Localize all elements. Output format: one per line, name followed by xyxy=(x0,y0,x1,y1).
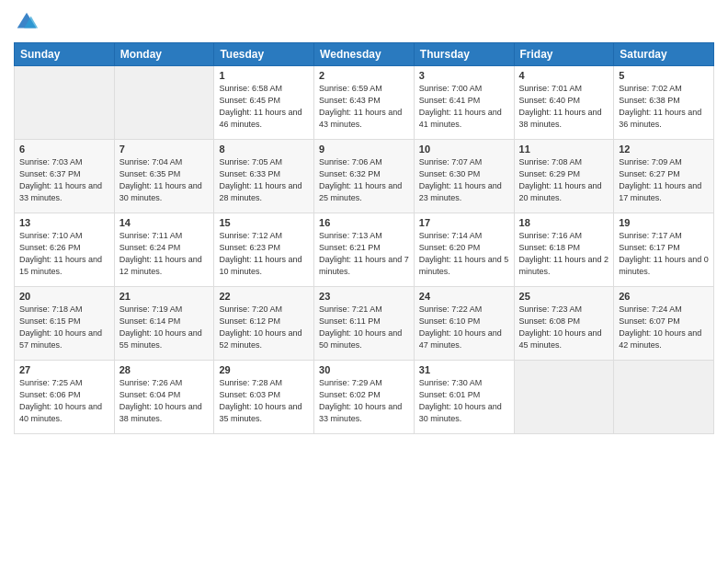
day-number: 5 xyxy=(619,70,709,81)
calendar-cell: 5 Sunrise: 7:02 AMSunset: 6:38 PMDayligh… xyxy=(614,66,714,140)
calendar-cell: 6 Sunrise: 7:03 AMSunset: 6:37 PMDayligh… xyxy=(15,140,115,213)
calendar-cell: 28 Sunrise: 7:26 AMSunset: 6:04 PMDaylig… xyxy=(114,361,214,434)
weekday-header-row: SundayMondayTuesdayWednesdayThursdayFrid… xyxy=(15,43,714,66)
calendar-cell: 21 Sunrise: 7:19 AMSunset: 6:14 PMDaylig… xyxy=(114,287,214,361)
day-number: 29 xyxy=(219,364,309,375)
day-number: 25 xyxy=(519,291,609,302)
calendar-cell: 22 Sunrise: 7:20 AMSunset: 6:12 PMDaylig… xyxy=(214,287,314,361)
day-info: Sunrise: 7:11 AMSunset: 6:24 PMDaylight:… xyxy=(119,231,202,276)
calendar-cell: 16 Sunrise: 7:13 AMSunset: 6:21 PMDaylig… xyxy=(314,213,415,287)
calendar-cell: 19 Sunrise: 7:17 AMSunset: 6:17 PMDaylig… xyxy=(614,213,714,287)
day-number: 14 xyxy=(119,217,210,228)
calendar-cell: 1 Sunrise: 6:58 AMSunset: 6:45 PMDayligh… xyxy=(214,66,314,140)
day-number: 4 xyxy=(519,70,609,81)
day-number: 12 xyxy=(619,144,709,155)
calendar-cell: 24 Sunrise: 7:22 AMSunset: 6:10 PMDaylig… xyxy=(414,287,514,361)
day-number: 28 xyxy=(119,364,210,375)
calendar-cell: 11 Sunrise: 7:08 AMSunset: 6:29 PMDaylig… xyxy=(514,140,614,213)
calendar-cell: 25 Sunrise: 7:23 AMSunset: 6:08 PMDaylig… xyxy=(514,287,614,361)
weekday-header-tuesday: Tuesday xyxy=(214,43,314,66)
day-info: Sunrise: 7:03 AMSunset: 6:37 PMDaylight:… xyxy=(19,157,102,202)
day-number: 9 xyxy=(319,144,409,155)
day-number: 8 xyxy=(219,144,309,155)
day-number: 3 xyxy=(419,70,509,81)
calendar-cell xyxy=(614,361,714,434)
calendar-cell: 27 Sunrise: 7:25 AMSunset: 6:06 PMDaylig… xyxy=(15,361,115,434)
calendar-cell: 20 Sunrise: 7:18 AMSunset: 6:15 PMDaylig… xyxy=(15,287,115,361)
day-number: 27 xyxy=(19,364,109,375)
day-info: Sunrise: 7:01 AMSunset: 6:40 PMDaylight:… xyxy=(519,84,602,129)
calendar-cell: 7 Sunrise: 7:04 AMSunset: 6:35 PMDayligh… xyxy=(114,140,214,213)
page: SundayMondayTuesdayWednesdayThursdayFrid… xyxy=(0,0,728,563)
calendar-cell xyxy=(514,361,614,434)
day-info: Sunrise: 7:09 AMSunset: 6:27 PMDaylight:… xyxy=(619,157,701,202)
calendar-cell: 31 Sunrise: 7:30 AMSunset: 6:01 PMDaylig… xyxy=(414,361,514,434)
weekday-header-thursday: Thursday xyxy=(414,43,514,66)
day-info: Sunrise: 7:13 AMSunset: 6:21 PMDaylight:… xyxy=(319,231,409,276)
day-number: 23 xyxy=(319,291,409,302)
day-number: 31 xyxy=(419,364,509,375)
day-info: Sunrise: 7:07 AMSunset: 6:30 PMDaylight:… xyxy=(419,157,502,202)
day-number: 24 xyxy=(419,291,509,302)
day-number: 21 xyxy=(119,291,210,302)
calendar-cell: 17 Sunrise: 7:14 AMSunset: 6:20 PMDaylig… xyxy=(414,213,514,287)
day-number: 18 xyxy=(519,217,609,228)
day-number: 2 xyxy=(319,70,409,81)
day-number: 7 xyxy=(119,144,210,155)
day-number: 19 xyxy=(619,217,709,228)
calendar-cell: 2 Sunrise: 6:59 AMSunset: 6:43 PMDayligh… xyxy=(314,66,415,140)
calendar-cell: 3 Sunrise: 7:00 AMSunset: 6:41 PMDayligh… xyxy=(414,66,514,140)
day-info: Sunrise: 7:19 AMSunset: 6:14 PMDaylight:… xyxy=(119,304,202,350)
calendar-cell: 4 Sunrise: 7:01 AMSunset: 6:40 PMDayligh… xyxy=(514,66,614,140)
day-info: Sunrise: 7:18 AMSunset: 6:15 PMDaylight:… xyxy=(19,304,102,350)
calendar-cell: 18 Sunrise: 7:16 AMSunset: 6:18 PMDaylig… xyxy=(514,213,614,287)
day-info: Sunrise: 6:59 AMSunset: 6:43 PMDaylight:… xyxy=(319,84,402,129)
calendar-cell xyxy=(15,66,115,140)
header xyxy=(14,9,714,35)
day-info: Sunrise: 7:06 AMSunset: 6:32 PMDaylight:… xyxy=(319,157,402,202)
day-number: 26 xyxy=(619,291,709,302)
calendar-week-row: 13 Sunrise: 7:10 AMSunset: 6:26 PMDaylig… xyxy=(15,213,714,287)
day-info: Sunrise: 7:17 AMSunset: 6:17 PMDaylight:… xyxy=(619,231,709,276)
day-info: Sunrise: 7:02 AMSunset: 6:38 PMDaylight:… xyxy=(619,84,701,129)
calendar-cell: 29 Sunrise: 7:28 AMSunset: 6:03 PMDaylig… xyxy=(214,361,314,434)
day-info: Sunrise: 7:20 AMSunset: 6:12 PMDaylight:… xyxy=(219,304,301,350)
day-info: Sunrise: 7:08 AMSunset: 6:29 PMDaylight:… xyxy=(519,157,602,202)
day-info: Sunrise: 7:00 AMSunset: 6:41 PMDaylight:… xyxy=(419,84,502,129)
day-info: Sunrise: 7:04 AMSunset: 6:35 PMDaylight:… xyxy=(119,157,202,202)
weekday-header-saturday: Saturday xyxy=(614,43,714,66)
day-number: 1 xyxy=(219,70,309,81)
calendar-table: SundayMondayTuesdayWednesdayThursdayFrid… xyxy=(14,42,714,434)
day-number: 11 xyxy=(519,144,609,155)
day-info: Sunrise: 7:10 AMSunset: 6:26 PMDaylight:… xyxy=(19,231,102,276)
day-number: 6 xyxy=(19,144,109,155)
calendar-week-row: 6 Sunrise: 7:03 AMSunset: 6:37 PMDayligh… xyxy=(15,140,714,213)
calendar-cell: 30 Sunrise: 7:29 AMSunset: 6:02 PMDaylig… xyxy=(314,361,415,434)
calendar-cell: 14 Sunrise: 7:11 AMSunset: 6:24 PMDaylig… xyxy=(114,213,214,287)
day-info: Sunrise: 7:21 AMSunset: 6:11 PMDaylight:… xyxy=(319,304,402,350)
day-number: 17 xyxy=(419,217,509,228)
weekday-header-sunday: Sunday xyxy=(15,43,115,66)
day-number: 15 xyxy=(219,217,309,228)
day-info: Sunrise: 7:23 AMSunset: 6:08 PMDaylight:… xyxy=(519,304,602,350)
logo-icon xyxy=(14,9,40,35)
day-info: Sunrise: 7:12 AMSunset: 6:23 PMDaylight:… xyxy=(219,231,301,276)
day-info: Sunrise: 7:05 AMSunset: 6:33 PMDaylight:… xyxy=(219,157,301,202)
calendar-week-row: 27 Sunrise: 7:25 AMSunset: 6:06 PMDaylig… xyxy=(15,361,714,434)
calendar-week-row: 1 Sunrise: 6:58 AMSunset: 6:45 PMDayligh… xyxy=(15,66,714,140)
day-info: Sunrise: 7:22 AMSunset: 6:10 PMDaylight:… xyxy=(419,304,502,350)
day-number: 13 xyxy=(19,217,109,228)
calendar-cell xyxy=(114,66,214,140)
day-info: Sunrise: 7:25 AMSunset: 6:06 PMDaylight:… xyxy=(19,378,102,423)
day-info: Sunrise: 7:30 AMSunset: 6:01 PMDaylight:… xyxy=(419,378,502,423)
day-number: 10 xyxy=(419,144,509,155)
calendar-week-row: 20 Sunrise: 7:18 AMSunset: 6:15 PMDaylig… xyxy=(15,287,714,361)
weekday-header-monday: Monday xyxy=(114,43,214,66)
weekday-header-wednesday: Wednesday xyxy=(314,43,415,66)
calendar-cell: 10 Sunrise: 7:07 AMSunset: 6:30 PMDaylig… xyxy=(414,140,514,213)
day-info: Sunrise: 7:28 AMSunset: 6:03 PMDaylight:… xyxy=(219,378,301,423)
day-info: Sunrise: 7:24 AMSunset: 6:07 PMDaylight:… xyxy=(619,304,701,350)
day-info: Sunrise: 7:29 AMSunset: 6:02 PMDaylight:… xyxy=(319,378,402,423)
day-info: Sunrise: 6:58 AMSunset: 6:45 PMDaylight:… xyxy=(219,84,301,129)
day-number: 20 xyxy=(19,291,109,302)
